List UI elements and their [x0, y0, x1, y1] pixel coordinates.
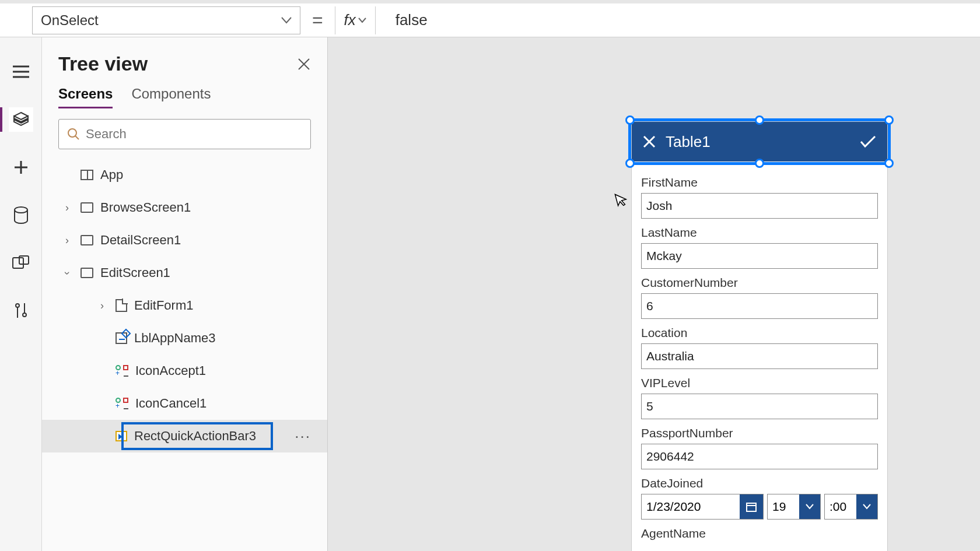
input-passportnumber[interactable]: 2906442 [641, 444, 878, 469]
field-label-viplevel: VIPLevel [641, 376, 878, 390]
data-icon[interactable] [9, 203, 33, 227]
tree-item-detail-screen[interactable]: › DetailScreen1 [42, 224, 327, 257]
chevron-down-icon [856, 494, 877, 519]
rectangle-icon [116, 431, 127, 441]
tree-title: Tree view [58, 52, 148, 75]
field-label-passportnumber: PassportNumber [641, 426, 878, 440]
svg-point-5 [68, 129, 76, 137]
input-location[interactable]: Australia [641, 343, 878, 369]
input-customernumber[interactable]: 6 [641, 293, 878, 319]
svg-point-3 [16, 304, 19, 307]
tree-tabs: Screens Components [42, 75, 327, 108]
tree-item-lbl-app-name[interactable]: LblAppName3 [42, 322, 327, 355]
left-rail [0, 37, 42, 551]
field-label-firstname: FirstName [641, 176, 878, 189]
label-icon [116, 332, 127, 344]
property-dropdown[interactable]: OnSelect [32, 6, 300, 34]
fx-icon: fx [344, 11, 356, 29]
tree-item-label: EditForm1 [134, 298, 193, 313]
calendar-icon[interactable] [740, 494, 763, 519]
screen-icon [80, 202, 93, 213]
svg-rect-6 [747, 503, 756, 511]
tree-item-label: App [100, 167, 123, 183]
fx-button[interactable]: fx [335, 6, 376, 34]
tree-item-label: IconAccept1 [135, 363, 206, 378]
field-label-agentname: AgentName [641, 527, 878, 541]
tree-item-browse-screen[interactable]: › BrowseScreen1 [42, 191, 327, 224]
select-hour[interactable]: 19 [767, 494, 821, 520]
chevron-right-icon: › [61, 234, 74, 247]
media-icon[interactable] [9, 251, 33, 275]
field-label-location: Location [641, 326, 878, 340]
chevron-down-icon: › [61, 266, 74, 279]
tree-item-rect-quick-action-bar[interactable]: RectQuickActionBar3 ··· [42, 420, 327, 452]
tab-components[interactable]: Components [131, 86, 211, 108]
cursor-icon [614, 191, 629, 208]
tree-item-label: BrowseScreen1 [100, 200, 191, 215]
equals-sign: = [309, 9, 327, 31]
title-label: Table1 [666, 133, 850, 151]
tree-item-edit-screen[interactable]: › EditScreen1 [42, 257, 327, 289]
tree-item-label: RectQuickActionBar3 [134, 429, 256, 444]
cancel-icon[interactable] [642, 135, 656, 149]
chevron-down-icon [799, 494, 820, 519]
chevron-right-icon: › [61, 202, 74, 214]
tree-view-panel: Tree view Screens Components App › Brows… [42, 37, 328, 551]
chevron-down-icon [358, 17, 366, 23]
tab-screens[interactable]: Screens [58, 86, 113, 108]
formula-bar: OnSelect = fx false [0, 3, 980, 37]
field-label-datejoined: DateJoined [641, 476, 878, 490]
edit-screen-preview: Table1 FirstName Josh LastName Mckay Cus… [631, 121, 888, 551]
formula-value: false [396, 11, 428, 29]
app-icon [80, 170, 93, 180]
screen-icon [80, 235, 93, 245]
svg-point-4 [23, 313, 26, 317]
form-icon [116, 299, 127, 312]
input-viplevel[interactable]: 5 [641, 394, 878, 419]
input-firstname[interactable]: Josh [641, 193, 878, 219]
tree-item-app[interactable]: App [42, 159, 327, 191]
quick-action-bar[interactable]: Table1 [632, 122, 887, 162]
tree-item-label: IconCancel1 [135, 396, 206, 411]
tools-icon[interactable] [9, 299, 33, 323]
insert-icon[interactable] [9, 155, 33, 180]
tree-list: App › BrowseScreen1 › DetailScreen1 › Ed… [42, 155, 327, 452]
accept-icon[interactable] [859, 135, 877, 149]
screen-icon [80, 268, 93, 278]
field-label-lastname: LastName [641, 226, 878, 240]
tree-item-icon-accept[interactable]: + IconAccept1 [42, 355, 327, 387]
search-icon [67, 128, 80, 141]
tree-item-label: DetailScreen1 [100, 233, 181, 248]
tree-item-label: LblAppName3 [134, 331, 215, 346]
icon-control-icon: + [116, 365, 128, 377]
input-date[interactable]: 1/23/2020 [641, 494, 764, 520]
edit-form: FirstName Josh LastName Mckay CustomerNu… [632, 162, 887, 551]
input-lastname[interactable]: Mckay [641, 243, 878, 269]
tree-view-icon[interactable] [9, 107, 33, 132]
more-icon[interactable]: ··· [295, 427, 311, 445]
tree-item-edit-form[interactable]: › EditForm1 [42, 289, 327, 322]
chevron-down-icon [281, 17, 292, 24]
close-icon[interactable] [297, 57, 311, 71]
chevron-right-icon: › [96, 300, 108, 312]
icon-control-icon: + [116, 398, 128, 409]
hamburger-icon[interactable] [9, 59, 33, 84]
canvas: Table1 FirstName Josh LastName Mckay Cus… [328, 37, 980, 551]
field-label-customernumber: CustomerNumber [641, 276, 878, 290]
select-minute[interactable]: :00 [824, 494, 878, 520]
property-name: OnSelect [41, 12, 99, 29]
search-input[interactable] [58, 119, 311, 149]
svg-point-0 [15, 207, 27, 213]
svg-rect-1 [13, 258, 23, 268]
tree-item-icon-cancel[interactable]: + IconCancel1 [42, 387, 327, 420]
formula-input[interactable]: false [384, 6, 980, 34]
tree-item-label: EditScreen1 [100, 265, 170, 280]
search-field[interactable] [86, 127, 302, 142]
